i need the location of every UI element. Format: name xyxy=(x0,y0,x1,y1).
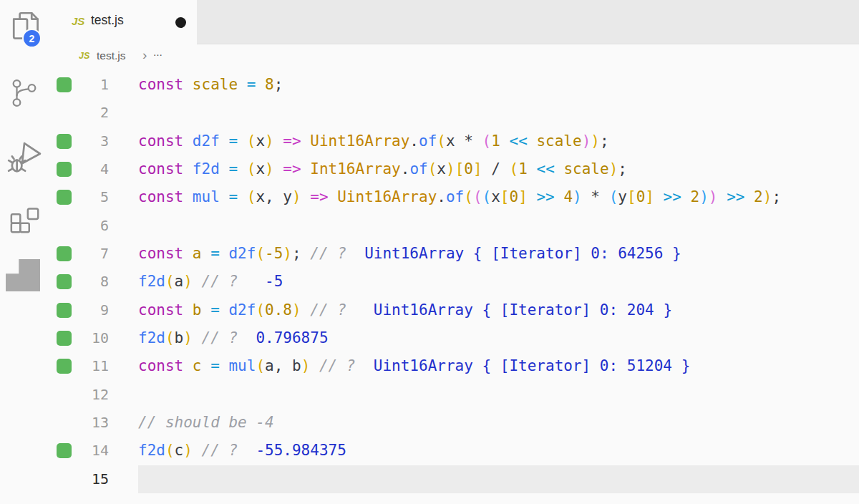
code-token: // ? xyxy=(202,442,256,459)
code-text[interactable]: const f2d = (x) => Int16Array.of(x)[0] /… xyxy=(138,155,859,183)
quokka-inline-result: -5 xyxy=(265,273,283,290)
code-token: d2f xyxy=(193,132,229,150)
code-token: mul xyxy=(228,357,256,374)
code-token: const xyxy=(138,245,193,262)
line-number[interactable]: 12 xyxy=(44,381,109,409)
code-token: x, y xyxy=(256,188,292,205)
code-token: ] xyxy=(645,188,663,205)
code-token: Uint16Array xyxy=(310,132,409,150)
code-line[interactable]: 14f2d(c) // ? -55.984375 xyxy=(0,437,859,465)
code-token: ; xyxy=(292,245,310,262)
code-token: ) xyxy=(265,132,283,150)
code-text[interactable]: const scale = 8; xyxy=(138,71,859,99)
code-token: . xyxy=(401,160,410,178)
code-line[interactable]: 12 xyxy=(0,381,859,409)
modified-indicator-dot[interactable] xyxy=(175,17,186,28)
code-token: f2d xyxy=(138,442,165,459)
code-text[interactable]: f2d(b) // ? 0.796875 xyxy=(138,324,859,352)
code-text[interactable]: const mul = (x, y) => Uint16Array.of(((x… xyxy=(138,183,859,211)
code-line[interactable]: 7const a = d2f(-5); // ? Uint16Array { [… xyxy=(0,240,859,268)
code-text[interactable]: f2d(a) // ? -5 xyxy=(138,268,859,296)
line-number[interactable]: 13 xyxy=(44,409,109,437)
code-text[interactable]: const d2f = (x) => Uint16Array.of(x * (1… xyxy=(138,127,859,155)
line-number[interactable]: 7 xyxy=(44,240,109,268)
code-line[interactable]: 8f2d(a) // ? -5 xyxy=(0,268,859,296)
line-number[interactable]: 4 xyxy=(44,155,109,183)
code-text[interactable]: // should be -4 xyxy=(138,409,859,437)
code-token: c xyxy=(175,442,184,459)
code-token: of xyxy=(419,132,437,150)
line-number[interactable]: 6 xyxy=(44,212,109,240)
code-token: f2d xyxy=(193,160,229,178)
code-text[interactable]: const c = mul(a, b) // ? Uint16Array { [… xyxy=(138,352,859,380)
code-token: ) xyxy=(292,188,310,205)
code-text[interactable]: const a = d2f(-5); // ? Uint16Array { [I… xyxy=(138,240,859,268)
code-line[interactable]: 15 xyxy=(0,465,859,493)
code-token: d2f xyxy=(228,301,256,319)
code-token: ( xyxy=(437,132,446,150)
code-token: ( xyxy=(473,188,482,205)
code-token: f2d xyxy=(138,329,165,346)
code-token: 0 xyxy=(464,160,473,178)
code-token: ; xyxy=(772,188,781,205)
code-line[interactable]: 2 xyxy=(0,99,859,127)
line-number[interactable]: 5 xyxy=(44,183,109,211)
code-line[interactable]: 1const scale = 8; xyxy=(0,71,859,99)
quokka-inline-result: Uint16Array { [Iterator] 0: 64256 } xyxy=(364,245,681,262)
line-number[interactable]: 10 xyxy=(44,324,109,352)
vscode-window: { "colors": { "bg": "#fafafa", "strip": … xyxy=(0,0,859,504)
code-line[interactable]: 5const mul = (x, y) => Uint16Array.of(((… xyxy=(0,183,859,211)
code-line[interactable]: 6 xyxy=(0,212,859,240)
code-token: . xyxy=(409,132,419,150)
code-token: * xyxy=(591,188,608,205)
code-line[interactable]: 13// should be -4 xyxy=(0,409,859,437)
code-token: // ? xyxy=(310,301,374,319)
code-token: -5 xyxy=(265,245,283,262)
code-token: 2 xyxy=(691,188,700,205)
code-token: = xyxy=(210,301,228,319)
quokka-inline-result: Uint16Array { [Iterator] 0: 51204 } xyxy=(374,357,691,374)
code-token: ) xyxy=(582,132,591,150)
breadcrumb-file[interactable]: test.js xyxy=(97,49,125,62)
line-number[interactable]: 8 xyxy=(44,268,109,296)
code-line[interactable]: 11const c = mul(a, b) // ? Uint16Array {… xyxy=(0,352,859,380)
code-token: = xyxy=(210,357,228,374)
code-token: const xyxy=(138,188,193,205)
code-token: ( xyxy=(428,160,437,178)
quokka-inline-result: -55.984375 xyxy=(256,442,346,459)
line-number[interactable]: 15 xyxy=(44,465,109,493)
code-token: c xyxy=(193,357,210,374)
code-token: ( xyxy=(247,188,256,205)
code-line[interactable]: 4const f2d = (x) => Int16Array.of(x)[0] … xyxy=(0,155,859,183)
editor-code-area[interactable]: 1const scale = 8;23const d2f = (x) => Ui… xyxy=(0,71,859,493)
code-text[interactable]: f2d(c) // ? -55.984375 xyxy=(138,437,859,465)
code-token: << xyxy=(537,160,564,178)
breadcrumb-symbol-more[interactable]: ... xyxy=(153,46,162,59)
code-token: ( xyxy=(165,273,175,290)
code-line[interactable]: 3const d2f = (x) => Uint16Array.of(x * (… xyxy=(0,127,859,155)
tab-test-js[interactable]: JS test.js xyxy=(61,0,197,44)
line-number[interactable]: 1 xyxy=(44,71,109,99)
code-token: [ xyxy=(500,188,510,205)
code-text[interactable]: const b = d2f(0.8) // ? Uint16Array { [I… xyxy=(138,296,859,324)
code-token: ) xyxy=(292,301,310,319)
code-line[interactable]: 10f2d(b) // ? 0.796875 xyxy=(0,324,859,352)
code-line[interactable]: 9const b = d2f(0.8) // ? Uint16Array { [… xyxy=(0,296,859,324)
code-token: // should be -4 xyxy=(138,414,274,431)
code-token: of xyxy=(409,160,427,178)
code-token: const xyxy=(138,76,193,93)
code-token: 8 xyxy=(265,76,274,93)
code-token: Int16Array xyxy=(310,160,400,178)
line-number[interactable]: 3 xyxy=(44,127,109,155)
line-number[interactable]: 9 xyxy=(44,296,109,324)
line-number[interactable]: 11 xyxy=(44,352,109,380)
tab-bar xyxy=(197,0,859,44)
line-number[interactable]: 2 xyxy=(44,99,109,127)
code-token: = xyxy=(228,132,246,150)
line-number[interactable]: 14 xyxy=(44,437,109,465)
explorer-icon[interactable]: 2 xyxy=(9,9,47,50)
code-token: ( xyxy=(609,188,618,205)
code-token: ) xyxy=(591,132,600,150)
code-token: a xyxy=(193,245,210,262)
code-token: ) xyxy=(446,160,455,178)
